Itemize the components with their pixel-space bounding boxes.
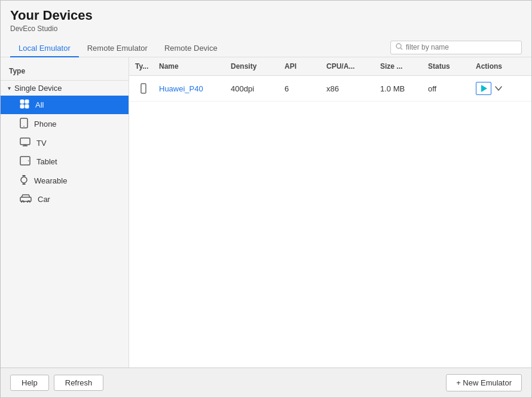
col-size: Size ... — [377, 57, 424, 75]
col-api: API — [281, 57, 323, 75]
phone-icon — [20, 118, 28, 130]
sidebar: Type ▾ Single Device All — [1, 57, 129, 368]
svg-line-1 — [400, 48, 402, 50]
col-actions: Actions — [472, 57, 529, 75]
tabs-container: Local Emulator Remote Emulator Remote De… — [10, 40, 226, 57]
col-status: Status — [424, 57, 472, 75]
svg-rect-2 — [20, 100, 24, 103]
sidebar-section-label: Single Device — [14, 84, 62, 93]
table-header: Ty... Name Density API CPU/A... Size ...… — [129, 57, 531, 76]
table-body: Huawei_P40 400dpi 6 x86 1.0 MB off — [129, 76, 531, 368]
row-density: 400dpi — [227, 78, 281, 99]
svg-rect-19 — [141, 84, 146, 93]
play-triangle-icon — [481, 85, 487, 92]
svg-rect-13 — [21, 177, 27, 183]
car-icon — [20, 194, 32, 204]
refresh-button[interactable]: Refresh — [54, 375, 104, 391]
tab-local-emulator[interactable]: Local Emulator — [10, 40, 79, 57]
row-api: 6 — [281, 78, 323, 99]
page-title: Your Devices — [10, 8, 522, 23]
svg-rect-4 — [20, 105, 24, 108]
sidebar-item-tv-label: TV — [36, 139, 47, 148]
row-status: off — [424, 78, 472, 99]
sidebar-item-phone-label: Phone — [34, 120, 57, 128]
svg-point-7 — [23, 126, 25, 127]
app-subtitle: DevEco Studio — [10, 25, 522, 33]
play-button[interactable] — [476, 82, 491, 95]
col-name: Name — [155, 57, 227, 75]
svg-point-0 — [396, 44, 401, 48]
tab-remote-device[interactable]: Remote Device — [156, 40, 226, 57]
search-input[interactable] — [406, 43, 516, 51]
sidebar-item-car[interactable]: Car — [1, 191, 129, 208]
col-cpu: CPU/A... — [323, 57, 377, 75]
col-density: Density — [227, 57, 281, 75]
sidebar-item-tablet-label: Tablet — [36, 157, 57, 166]
actions-dropdown-button[interactable] — [493, 82, 505, 95]
table-row: Huawei_P40 400dpi 6 x86 1.0 MB off — [129, 76, 531, 102]
footer: Help Refresh + New Emulator — [1, 368, 531, 397]
tabs-bar: Local Emulator Remote Emulator Remote De… — [1, 35, 531, 57]
row-device-name[interactable]: Huawei_P40 — [155, 78, 227, 99]
tv-icon — [20, 137, 30, 149]
col-type: Ty... — [132, 57, 155, 75]
header: Your Devices DevEco Studio — [1, 1, 531, 35]
tab-remote-emulator[interactable]: Remote Emulator — [79, 40, 156, 57]
row-type-icon — [132, 77, 155, 100]
svg-point-12 — [28, 161, 29, 162]
sidebar-item-car-label: Car — [38, 195, 50, 204]
search-icon — [396, 43, 403, 52]
content-area: Type ▾ Single Device All — [1, 57, 531, 368]
chevron-down-icon: ▾ — [8, 85, 11, 91]
row-cpu: x86 — [323, 78, 377, 99]
watch-icon — [20, 174, 28, 187]
sidebar-item-phone[interactable]: Phone — [1, 114, 129, 134]
main-content: Ty... Name Density API CPU/A... Size ...… — [129, 57, 531, 368]
svg-rect-5 — [25, 105, 29, 108]
search-box[interactable] — [390, 41, 522, 54]
sidebar-item-wearable[interactable]: Wearable — [1, 171, 129, 191]
sidebar-item-all-label: All — [35, 100, 44, 109]
sidebar-item-tablet[interactable]: Tablet — [1, 152, 129, 171]
grid-icon — [20, 99, 29, 111]
footer-left-buttons: Help Refresh — [10, 375, 103, 391]
sidebar-section-single-device[interactable]: ▾ Single Device — [1, 81, 129, 96]
tablet-icon — [20, 156, 30, 167]
sidebar-item-tv[interactable]: TV — [1, 134, 129, 152]
sidebar-type-header: Type — [1, 62, 129, 81]
new-emulator-button[interactable]: + New Emulator — [446, 374, 522, 391]
sidebar-item-wearable-label: Wearable — [34, 176, 67, 185]
sidebar-item-all[interactable]: All — [1, 96, 129, 114]
svg-rect-8 — [20, 138, 30, 145]
row-actions — [472, 76, 529, 101]
svg-rect-3 — [25, 100, 29, 103]
help-button[interactable]: Help — [10, 375, 49, 391]
row-size: 1.0 MB — [377, 78, 424, 99]
